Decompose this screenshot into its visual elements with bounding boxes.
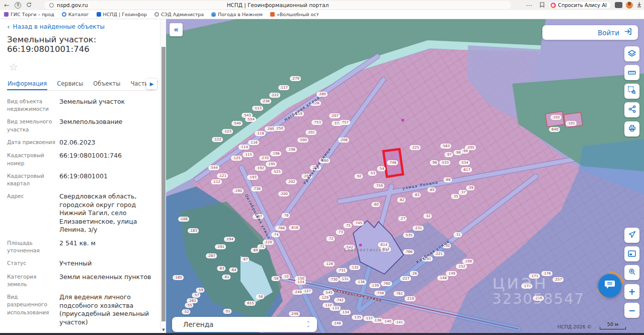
minus-icon: − — [628, 306, 635, 315]
search-coordinates-button[interactable] — [624, 265, 639, 280]
yandex-icon[interactable]: Я — [15, 2, 21, 9]
avatar[interactable] — [626, 2, 633, 9]
attribute-label: Площадь уточненная — [7, 239, 55, 254]
bookmark-favicon — [62, 12, 66, 17]
layers-button[interactable] — [624, 46, 639, 61]
download-icon[interactable] — [636, 2, 642, 9]
attribute-value: Земельный участок — [59, 98, 153, 113]
alice-label: Спросить Алису AI — [558, 3, 607, 8]
login-button[interactable]: Войти — [542, 25, 638, 40]
map-graphics — [166, 19, 644, 333]
attribute-label: Статус — [7, 259, 55, 268]
attribute-label: Вид объекта недвижимости — [7, 98, 55, 113]
bookmark-item[interactable]: НСПД | Геоинфор — [97, 12, 147, 17]
tab-bar: ИнформацияСервисыОбъектыЧасти ЗУСоста▶ — [7, 78, 153, 91]
bookmark-item[interactable]: Каталог — [62, 12, 89, 17]
zoom-out-button[interactable]: − — [624, 303, 639, 318]
bookmark-item[interactable]: ГИС Торги – прод — [4, 12, 54, 17]
bookmark-item[interactable]: СЭД Администра — [154, 12, 204, 17]
zoom-in-button[interactable]: + — [624, 284, 639, 299]
attribute-label: Кадастровый номер — [7, 152, 55, 167]
tab-Объекты[interactable]: Объекты — [93, 78, 121, 90]
chevron-left-icon: ‹ — [7, 23, 10, 30]
browser-toolbar: ← Я nspd.gov.ru НСПД | Геоинформационный… — [0, 0, 644, 10]
object-info-panel: ‹ Назад в найденные объекты Земельный уч… — [0, 19, 166, 333]
printer-icon — [628, 124, 636, 134]
select-area-icon — [628, 86, 636, 96]
attribute-label: Вид разрешенного использования — [7, 293, 55, 326]
highlighted-parcel-746 — [383, 149, 403, 177]
bookmark-favicon — [97, 12, 101, 17]
share-button[interactable] — [624, 102, 639, 117]
minimap-icon — [628, 249, 636, 259]
scrollbar-thumb[interactable] — [162, 47, 166, 321]
bookmark-item[interactable]: «Волшебный ост — [270, 12, 319, 17]
legend-toggle[interactable]: Легенда ⌃⌄ — [172, 317, 317, 332]
bookmark-icon[interactable] — [540, 2, 544, 9]
back-link-label: Назад в найденные объекты — [13, 23, 105, 30]
attribute-row: Дата присвоения02.06.2023 — [7, 139, 153, 147]
attribute-label: Категория земель — [7, 273, 55, 288]
attribute-row: Вид земельного участкаЗемлепользование — [7, 118, 153, 133]
collapse-expand-icon: ⌃⌄ — [306, 322, 310, 327]
attribute-row: Категория земельЗемли населенных пунктов — [7, 273, 153, 288]
print-button[interactable] — [624, 121, 639, 137]
attribute-label: Вид земельного участка — [7, 118, 55, 133]
panel-collapse-button[interactable]: « — [170, 23, 183, 36]
attribute-value: Свердловская область, городской округ го… — [59, 192, 153, 234]
bookmark-label: НСПД | Геоинфор — [103, 12, 147, 17]
attribute-value: Земли населенных пунктов — [59, 273, 153, 288]
overview-map-button[interactable] — [624, 246, 639, 261]
reload-icon[interactable] — [26, 2, 32, 9]
bookmark-favicon — [270, 12, 275, 17]
attribute-label: Кадастровый квартал — [7, 172, 55, 187]
legend-label: Легенда — [183, 320, 213, 328]
attribute-value: 66:19:0801001 — [59, 172, 153, 187]
favorite-button[interactable]: ☆ — [7, 60, 20, 74]
tab-Информация[interactable]: Информация — [7, 78, 47, 90]
extension-icon[interactable] — [615, 2, 622, 8]
attribute-value: 02.06.2023 — [59, 139, 153, 147]
alice-button[interactable]: Спросить Алису AI — [548, 1, 611, 9]
map-canvas[interactable]: :279:117:222:236:113:543:554:540:123:122… — [166, 19, 644, 333]
bookmark-label: Каталог — [68, 12, 89, 17]
chat-button[interactable] — [598, 274, 621, 297]
map-attribution: НСПД 2026 © — [557, 324, 592, 329]
scale-bar: 50 м — [600, 321, 626, 329]
chat-bubble-icon — [604, 280, 615, 292]
tabs-scroll-right-button[interactable]: ▶ — [146, 79, 157, 89]
bookmarks-bar: ГИС Торги – продКаталогНСПД | ГеоинфорСЭ… — [0, 10, 644, 19]
attribute-row: СтатусУчтенный — [7, 259, 153, 268]
attribute-row: Вид объекта недвижимостиЗемельный участо… — [7, 98, 153, 113]
panel-scrollbar[interactable]: ▼ — [160, 19, 166, 333]
attribute-value: 66:19:0801001:746 — [59, 152, 153, 167]
double-chevron-left-icon: « — [174, 25, 179, 34]
tab-Сервисы[interactable]: Сервисы — [56, 78, 84, 90]
attribute-row: Кадастровый номер66:19:0801001:746 — [7, 152, 153, 167]
attribute-value: Землепользование — [59, 118, 153, 133]
back-icon[interactable]: ← — [4, 2, 10, 9]
attribute-value: Для ведения личного подсобного хозяйства… — [59, 293, 153, 326]
back-to-results-link[interactable]: ‹ Назад в найденные объекты — [7, 23, 153, 30]
attribute-row: Кадастровый квартал66:19:0801001 — [7, 172, 153, 187]
attribute-row: АдресСвердловская область, городской окр… — [7, 192, 153, 234]
login-icon — [623, 28, 632, 37]
address-bar[interactable]: nspd.gov.ru НСПД | Геоинформационный пор… — [44, 1, 511, 9]
bookmark-item[interactable]: Погода в Нижнем — [211, 12, 263, 17]
login-label: Войти — [598, 29, 619, 37]
scale-bracket — [600, 327, 626, 329]
area-select-button[interactable] — [624, 84, 639, 99]
window-edge — [0, 333, 644, 335]
scale-label: 50 м — [600, 321, 626, 327]
attribute-value: Учтенный — [59, 259, 153, 268]
layers-icon — [628, 49, 636, 59]
attribute-label: Дата присвоения — [7, 139, 55, 147]
locate-button[interactable] — [624, 228, 639, 243]
parcel-title: Земельный участок: 66:19:0801001:746 — [7, 35, 153, 54]
measure-button[interactable] — [624, 65, 639, 80]
alice-icon — [550, 3, 556, 8]
attribute-row: Площадь уточненная2 541 кв. м — [7, 239, 153, 254]
bookmark-label: Погода в Нижнем — [218, 12, 263, 17]
attributes-list: Вид объекта недвижимостиЗемельный участо… — [7, 98, 153, 335]
more-menu-icon[interactable]: ⋯ — [526, 2, 532, 9]
